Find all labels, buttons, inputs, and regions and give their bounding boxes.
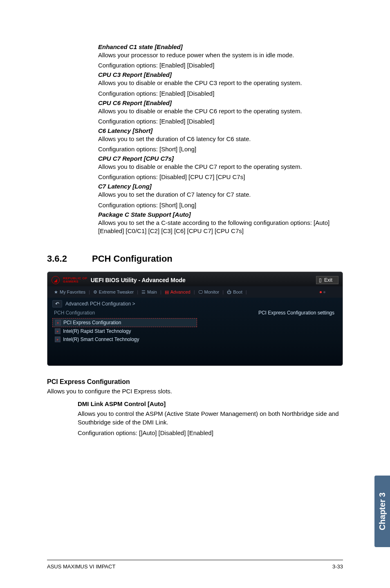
breadcrumb: Advanced\ PCH Configuration > bbox=[65, 301, 135, 307]
setting-title: CPU C3 Report [Enabled] bbox=[98, 71, 339, 78]
subsection-title: PCI Express Configuration bbox=[47, 378, 343, 386]
tweaker-icon: ⚙ bbox=[93, 290, 97, 295]
chapter-tab-label: Chapter 3 bbox=[378, 492, 387, 530]
setting-options: Configuration options: [Enabled] [Disabl… bbox=[98, 62, 339, 69]
bios-window-title: UEFI BIOS Utility - Advanced Mode bbox=[91, 277, 186, 283]
option-title: DMI Link ASPM Control [Auto] bbox=[78, 400, 343, 407]
exit-label: Exit bbox=[324, 277, 332, 283]
setting-title: Package C State Support [Auto] bbox=[98, 211, 339, 218]
tab-separator: | bbox=[222, 290, 224, 294]
subsection-desc: Allows you to configure the PCI Express … bbox=[47, 387, 343, 395]
exit-button[interactable]: ▯ Exit bbox=[316, 276, 338, 284]
setting-title: C6 Latency [Short] bbox=[98, 127, 339, 134]
brand-text: REPUBLIC OFGAMERS bbox=[63, 277, 87, 283]
footer-product: ASUS MAXIMUS VI IMPACT bbox=[47, 563, 115, 570]
setting-desc: Allows you to set the duration of C6 lat… bbox=[98, 135, 339, 143]
setting-options: Configuration options: [Enabled] [Disabl… bbox=[98, 90, 339, 97]
tab-separator: | bbox=[89, 290, 90, 294]
menu-item-label: PCI Express Configuration bbox=[63, 320, 121, 325]
option-options: Configuration options: []Auto] [Disabled… bbox=[78, 429, 343, 437]
power-icon: ⏻ bbox=[227, 290, 231, 294]
tab-boot[interactable]: ⏻Boot bbox=[225, 290, 244, 294]
menu-item-label: Intel(R) Rapid Start Technology bbox=[63, 328, 131, 334]
list-icon: ☰ bbox=[141, 290, 146, 295]
setting-desc: Allows you to disable or enable the CPU … bbox=[98, 79, 339, 87]
option-desc: Allows you to control the ASPM (Active S… bbox=[78, 410, 343, 426]
tab-separator: | bbox=[160, 290, 161, 294]
section-title: PCH Configuration bbox=[92, 254, 173, 264]
footer-page-number: 3-33 bbox=[332, 563, 343, 570]
star-icon: ★ bbox=[54, 290, 58, 295]
advanced-icon: ▤ bbox=[165, 290, 169, 295]
exit-icon: ▯ bbox=[319, 277, 322, 283]
setting-title: C7 Latency [Long] bbox=[98, 183, 339, 190]
setting-desc: Allows you to set the duration of C7 lat… bbox=[98, 191, 339, 199]
setting-title: Enhanced C1 state [Enabled] bbox=[98, 43, 339, 50]
menu-item-rapid-start[interactable]: ▸ Intel(R) Rapid Start Technology bbox=[52, 327, 338, 335]
section-number: 3.6.2 bbox=[47, 254, 92, 264]
monitor-icon: 🖵 bbox=[198, 290, 203, 294]
tab-monitor[interactable]: 🖵Monitor bbox=[197, 290, 221, 294]
tab-separator: | bbox=[246, 290, 247, 294]
page-indicator bbox=[320, 291, 325, 293]
submenu-icon: ▸ bbox=[55, 337, 61, 342]
menu-item-label: Intel(R) Smart Connect Technology bbox=[63, 337, 139, 342]
setting-desc: Allows your processor to reduce power wh… bbox=[98, 51, 339, 59]
tab-extreme-tweaker[interactable]: ⚙Extreme Tweaker bbox=[92, 290, 135, 295]
tab-main[interactable]: ☰Main bbox=[140, 290, 159, 295]
setting-desc: Allows you to set the a C-state accordin… bbox=[98, 219, 339, 236]
setting-desc: Allows you to disable or enable the CPU … bbox=[98, 163, 339, 171]
setting-title: CPU C7 Report [CPU C7s] bbox=[98, 155, 339, 162]
tab-separator: | bbox=[137, 290, 138, 294]
submenu-icon: ▸ bbox=[55, 328, 61, 334]
menu-item-pci-express[interactable]: ▸ PCI Express Configuration bbox=[52, 318, 197, 327]
chapter-tab: Chapter 3 bbox=[374, 476, 390, 547]
setting-options: Configuration options: [Enabled] [Disabl… bbox=[98, 118, 339, 125]
help-text: PCI Express Configuration settings bbox=[258, 310, 334, 316]
setting-options: Configuration options: [Short] [Long] bbox=[98, 202, 339, 209]
tab-separator: | bbox=[194, 290, 195, 294]
tab-advanced[interactable]: ▤Advanced bbox=[163, 290, 192, 295]
menu-item-smart-connect[interactable]: ▸ Intel(R) Smart Connect Technology bbox=[52, 335, 338, 343]
setting-title: CPU C6 Report [Enabled] bbox=[98, 99, 339, 106]
bios-screenshot: ◢ REPUBLIC OFGAMERS UEFI BIOS Utility - … bbox=[47, 272, 343, 366]
submenu-icon: ▸ bbox=[55, 320, 61, 325]
tab-favorites[interactable]: ★My Favorites bbox=[52, 290, 87, 295]
setting-options: Configuration options: [Short] [Long] bbox=[98, 146, 339, 153]
setting-options: Configuration options: [Disabled] [CPU C… bbox=[98, 173, 339, 180]
back-button[interactable]: ↶ bbox=[52, 300, 62, 307]
rog-logo-icon: ◢ bbox=[52, 276, 60, 284]
setting-desc: Allows you to disable or enable the CPU … bbox=[98, 107, 339, 115]
